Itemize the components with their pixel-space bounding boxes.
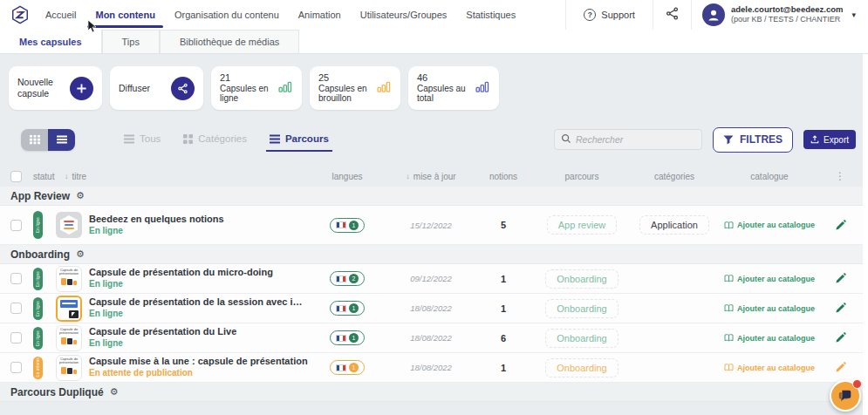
tab-mes-capsules[interactable]: Mes capsules (0, 30, 102, 53)
account-menu[interactable]: adele.courtot@beedeez.com (pour KB / TES… (692, 0, 858, 30)
new-capsule-button[interactable]: Nouvelle capsule (9, 66, 102, 110)
support-button[interactable]: ? Support (566, 0, 653, 30)
stat-value: 25 (318, 72, 372, 84)
edit-button[interactable] (835, 220, 846, 231)
col-statut[interactable]: statut (33, 172, 56, 181)
add-to-catalog-button[interactable]: Ajouter au catalogue (724, 221, 815, 229)
categorie-tag: Application (639, 215, 709, 235)
parcours-tag: Onboarding (545, 329, 619, 348)
select-all-checkbox[interactable] (10, 171, 22, 182)
parcours-tag: Onboarding (545, 269, 619, 289)
stat-value: 21 (220, 72, 274, 84)
tab-tips[interactable]: Tips (102, 30, 160, 53)
row-checkbox[interactable] (10, 362, 22, 373)
stat-label: Capsules en ligne (220, 84, 274, 105)
capsule-thumbnail: Capsule de présentation (56, 266, 82, 292)
nav-statistiques[interactable]: Statistiques (466, 10, 516, 20)
table-row[interactable]: En ligne Capsule de présentation de la s… (0, 294, 868, 323)
table-row[interactable]: En ligne Capsule de présentation Capsule… (0, 323, 868, 353)
col-catalogue[interactable]: catalogue (716, 172, 823, 181)
add-to-catalog-button[interactable]: Ajouter au catalogue (724, 304, 815, 313)
language-count: 1 (349, 363, 359, 372)
capsule-status: En ligne (89, 338, 236, 350)
bar-chart-icon (278, 80, 293, 96)
table-row[interactable]: En ligne Beedeez en quelques notions En … (0, 206, 868, 245)
updated-date: 15/12/2022 (410, 221, 452, 230)
diffuser-label: Diffuser (119, 83, 150, 94)
scrollbar-track[interactable] (863, 54, 868, 415)
flag-icon (336, 305, 346, 312)
group-header-app-review: App Review ⚙ (0, 187, 868, 206)
share-button[interactable] (653, 0, 691, 30)
nav-mon-contenu[interactable]: Mon contenu (95, 10, 154, 20)
col-parcours[interactable]: parcours (531, 172, 632, 181)
export-icon (810, 135, 819, 144)
sort-icon: ↓ (65, 172, 69, 180)
book-icon (724, 221, 734, 229)
list-icon (124, 134, 134, 144)
view-toggle (21, 129, 75, 151)
grid-view-button[interactable] (21, 129, 48, 151)
col-langues[interactable]: langues (308, 172, 386, 181)
gear-icon[interactable]: ⚙ (76, 190, 85, 201)
status-pill: En attente (33, 357, 43, 379)
status-pill: En ligne (33, 327, 43, 350)
search-input[interactable] (576, 134, 695, 145)
row-checkbox[interactable] (10, 303, 22, 314)
gear-icon[interactable]: ⚙ (110, 386, 119, 398)
add-to-catalog-button[interactable]: Ajouter au catalogue (724, 364, 815, 372)
row-checkbox[interactable] (10, 273, 22, 284)
capsule-thumbnail (56, 212, 82, 238)
add-to-catalog-button[interactable]: Ajouter au catalogue (724, 334, 815, 343)
top-navbar: Accueil Mon contenu Organisation du cont… (0, 0, 868, 30)
col-categories[interactable]: catégories (632, 172, 716, 181)
edit-button[interactable] (835, 303, 846, 314)
gear-icon[interactable]: ⚙ (76, 248, 85, 260)
edit-button[interactable] (835, 273, 846, 284)
filter-tab-tous[interactable]: Tous (124, 133, 161, 146)
table-row[interactable]: En attente Capsule de présentation Capsu… (0, 353, 868, 383)
book-icon (724, 304, 734, 312)
column-options-icon[interactable]: ⋮ (835, 170, 845, 182)
capsule-status: En ligne (89, 309, 308, 320)
notions-count: 1 (501, 363, 506, 373)
group-header-onboarding: Onboarding ⚙ (0, 245, 868, 264)
row-checkbox[interactable] (10, 220, 22, 231)
filter-tab-categories[interactable]: Catégories (183, 133, 247, 146)
col-mise-a-jour[interactable]: ↓ mise à jour (386, 172, 475, 181)
nav-accueil[interactable]: Accueil (45, 10, 76, 20)
list-view-button[interactable] (48, 129, 75, 151)
page-content: Nouvelle capsule Diffuser 21 Capsules en… (0, 54, 868, 402)
languages-pill: 1 (330, 360, 365, 375)
filter-tab-parcours[interactable]: Parcours (270, 133, 329, 146)
add-to-catalog-button[interactable]: Ajouter au catalogue (724, 275, 815, 283)
chat-widget-button[interactable] (830, 380, 861, 412)
nav-animation[interactable]: Animation (298, 10, 341, 20)
capsule-status: En ligne (89, 279, 273, 290)
main-nav: Accueil Mon contenu Organisation du cont… (45, 10, 516, 20)
table-row[interactable]: En ligne Capsule de présentation Capsule… (0, 264, 868, 294)
edit-button[interactable] (835, 362, 846, 373)
diffuser-button[interactable]: Diffuser (110, 66, 203, 110)
col-titre[interactable]: ↓ titre (56, 172, 308, 181)
tab-bibliotheque-de-medias[interactable]: Bibliothèque de médias (160, 30, 299, 53)
group-name: Onboarding (10, 248, 70, 261)
filter-tabs: Tous Catégories Parcours (124, 133, 329, 146)
list-icon (270, 134, 280, 144)
col-notions[interactable]: notions (475, 172, 531, 181)
book-icon (724, 364, 734, 371)
nav-organisation-du-contenu[interactable]: Organisation du contenu (174, 10, 279, 20)
row-checkbox[interactable] (10, 332, 22, 344)
stat-label: Capsules en brouillon (318, 84, 372, 105)
nav-utilisateurs-groupes[interactable]: Utilisateurs/Groupes (360, 10, 448, 20)
export-button[interactable]: Export (803, 130, 856, 149)
edit-button[interactable] (835, 332, 846, 344)
flag-icon (336, 364, 346, 371)
notions-count: 6 (501, 333, 506, 344)
sort-icon: ↓ (406, 172, 410, 180)
funnel-icon (723, 135, 734, 145)
notions-count: 1 (501, 274, 506, 284)
capsule-title: Capsule de présentation du Live (89, 326, 236, 338)
filters-button[interactable]: FILTRES (713, 127, 793, 153)
capsule-title: Capsule de présentation du micro-doing (89, 267, 273, 279)
